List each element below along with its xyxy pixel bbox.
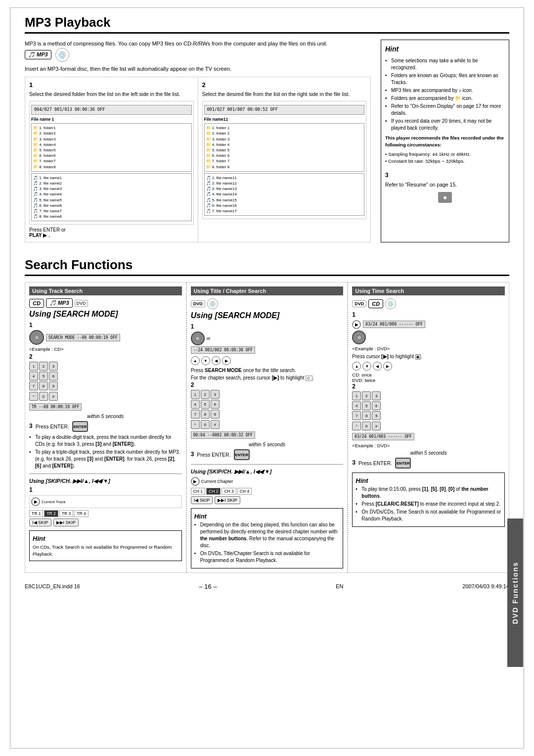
enter-btn-time[interactable]: ENTER: [395, 458, 411, 469]
ch-back-skip[interactable]: I◀ SKIP: [191, 496, 213, 504]
cursor-btns-time: ▲ ▼ ◀ ▶: [352, 362, 505, 371]
track-note-2: To play a triple-digit track, press the …: [29, 449, 182, 470]
t-num-5[interactable]: 5: [362, 401, 371, 410]
ch-num-5[interactable]: 5: [201, 400, 210, 409]
cursor-btns-ch: ▲ ▼ ◀ ▶: [191, 356, 344, 365]
time-cursor-row: ⚙: [352, 331, 505, 344]
search-title: Search Functions: [25, 257, 509, 276]
ch-num-star[interactable]: *: [191, 420, 200, 429]
time-lt[interactable]: ◀: [373, 362, 382, 371]
fwd-skip-btn[interactable]: ▶▶I SKIP: [53, 519, 79, 526]
track-mode-title: Using [SEARCH MODE]: [29, 310, 182, 319]
num-3[interactable]: 3: [49, 362, 58, 371]
t-num-7[interactable]: 7: [352, 411, 361, 420]
chapter-search-col: Using Title / Chapter Search DVD 💿 Using…: [187, 283, 349, 572]
t-num-2[interactable]: 2: [362, 391, 371, 400]
time-hint-2: Press [CLEAR/C.RESET] to erase the incor…: [356, 501, 501, 508]
file-list2-left: 📁 1. folder 1 📁 2. folder 2 📁 3. folder …: [204, 123, 365, 172]
ch-step1-num: 1: [191, 323, 344, 330]
time-up[interactable]: ▲: [352, 362, 361, 371]
num-8[interactable]: 8: [39, 381, 48, 390]
up-btn[interactable]: ▲: [191, 356, 200, 365]
hint-bullet-5: Refer to "On-Screen Display" on page 17 …: [385, 103, 505, 117]
divider1: [29, 473, 182, 474]
t-num-6[interactable]: 6: [372, 401, 381, 410]
dvd-twice: DVD: twice: [352, 378, 505, 383]
track-step3: 3 Press ENTER. ENTER: [29, 421, 182, 432]
file-list-left: 📁 1. folder1 📁 2. folder2 📁 3. folder3 📁…: [31, 123, 192, 172]
rt-btn[interactable]: ▶: [222, 356, 231, 365]
chapter-search-header: Using Title / Chapter Search: [191, 286, 344, 295]
track-within-seconds: within 5 seconds: [29, 414, 182, 419]
ch-num-8[interactable]: 8: [201, 410, 210, 419]
time-dn[interactable]: ▼: [362, 362, 371, 371]
ch-num-2[interactable]: 2: [201, 390, 210, 399]
track-step2: 2 1 2 3 4 5 6 7 8 9 * 0 #: [29, 353, 182, 419]
dvd-functions-label: DVD Functions: [511, 562, 519, 624]
footer-left: E8C1UCD_EN.indd 16: [25, 583, 80, 589]
footer-right: 2007/04/03 9:49:14: [462, 583, 509, 589]
track-step1: 1 ⚙ SEARCH MODE --08 00:00:19 OFF <Examp…: [29, 322, 182, 352]
enter-btn-track[interactable]: ENTER: [72, 421, 88, 432]
current-track-label: Current Track: [42, 500, 65, 504]
time-hint-1: To play time 0:15:00, press [1], [5], [0…: [356, 486, 501, 500]
ch-chapter-text: For the chapter search, press cursor [▶]…: [191, 374, 344, 381]
time-step2-screen: 03/24 001/003 ------ OFF: [352, 433, 414, 440]
track-example: <Example : CD>: [29, 346, 182, 352]
num-5[interactable]: 5: [39, 372, 48, 380]
hint-title: Hint: [385, 44, 505, 54]
chapter-step2: 2 1 2 3 4 5 6 7 8 9 * 0 #: [191, 381, 344, 447]
num-4[interactable]: 4: [29, 372, 38, 380]
time-rt[interactable]: ▶: [383, 362, 392, 371]
t-num-9[interactable]: 9: [372, 411, 381, 420]
ch-num-0[interactable]: 0: [201, 420, 210, 429]
page-border-top: [10, 7, 524, 8]
play-label: PLAY ▶ .: [29, 233, 50, 238]
t-num-4[interactable]: 4: [352, 401, 361, 410]
back-skip-btn[interactable]: I◀ SKIP: [29, 519, 51, 526]
ch-fwd-skip[interactable]: ▶▶I SKIP: [215, 496, 240, 504]
num-1[interactable]: 1: [29, 362, 38, 371]
track-search-col: Using Track Search CD 🎵 MP3 DVD Using [S…: [25, 283, 187, 572]
ch-num-4[interactable]: 4: [191, 400, 200, 409]
enter-btn-ch[interactable]: ENTER: [234, 449, 250, 460]
numpad-time-2: * 0 #: [352, 422, 505, 430]
ch-hint-2: On DVDs, Title/Chapter Search is not ava…: [194, 550, 340, 564]
skip-row-ch: I◀ SKIP ▶▶I SKIP: [191, 496, 344, 504]
t-num-star[interactable]: *: [352, 422, 361, 430]
t-num-hash[interactable]: #: [372, 422, 381, 430]
num-2[interactable]: 2: [39, 362, 48, 371]
t-num-3[interactable]: 3: [372, 391, 381, 400]
num-hash[interactable]: #: [49, 392, 58, 401]
t-num-0[interactable]: 0: [362, 422, 371, 430]
lt-btn[interactable]: ◀: [212, 356, 221, 365]
hint-bullets: Some selections may take a while to be r…: [385, 57, 505, 132]
num-6[interactable]: 6: [49, 372, 58, 380]
search-mode-circle: ⚙: [29, 330, 44, 345]
time-step1-screen: 03/24 001/000 ------ OFF: [363, 321, 425, 328]
num-9[interactable]: 9: [49, 381, 58, 390]
ch-num-hash[interactable]: #: [211, 420, 220, 429]
file-list-right: 🎵 1. file name1 🎵 2. file name2 🎵 3. fil…: [31, 173, 192, 222]
time-step2-example: <Example : DVD>: [352, 443, 505, 448]
t-num-1[interactable]: 1: [352, 391, 361, 400]
track-step2-screen: TR --08 00:00:19 OFF: [29, 403, 82, 411]
divider2: [191, 464, 344, 465]
track-skip-step1: 1 ▶ Current Track TR 1 TR 2 TR 3 TR 4 I◀…: [29, 486, 182, 526]
time-step2: 2 1 2 3 4 5 6 7 8 9 * 0 #: [352, 383, 505, 456]
t-num-8[interactable]: 8: [362, 411, 371, 420]
num-star[interactable]: *: [29, 392, 38, 401]
ch-num-7[interactable]: 7: [191, 410, 200, 419]
time-press-cursor: Press cursor [▶] to highlight ■.: [352, 353, 505, 360]
ch-num-9[interactable]: 9: [211, 410, 220, 419]
dn-btn[interactable]: ▼: [201, 356, 210, 365]
time-play-icon: ▶: [352, 320, 361, 329]
ch-num-6[interactable]: 6: [211, 400, 220, 409]
step1-text: Select the desired folder from the list …: [29, 91, 194, 98]
ch-num-1[interactable]: 1: [191, 390, 200, 399]
num-0[interactable]: 0: [39, 392, 48, 401]
track-notes: To play a double-digit track, press the …: [29, 434, 182, 470]
time-hint-bullets: To play time 0:15:00, press [1], [5], [0…: [356, 486, 501, 522]
num-7[interactable]: 7: [29, 381, 38, 390]
ch-num-3[interactable]: 3: [211, 390, 220, 399]
